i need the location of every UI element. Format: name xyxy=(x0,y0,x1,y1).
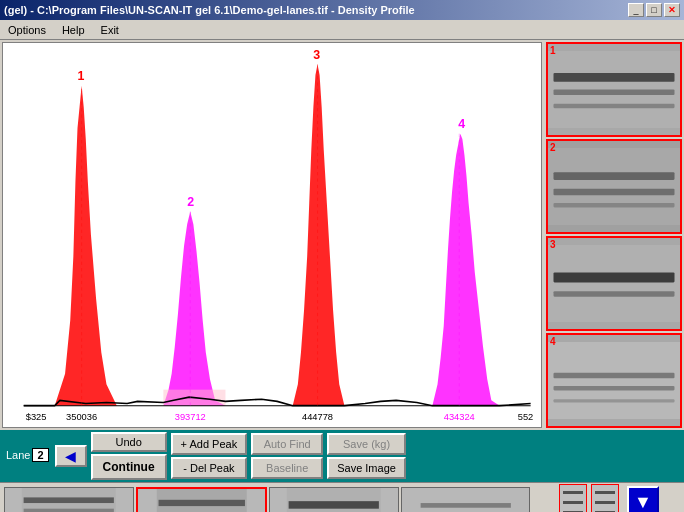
menu-exit[interactable]: Exit xyxy=(97,23,123,37)
mini-lane-icon-1 xyxy=(559,484,587,512)
right-panel: 1 2 3 xyxy=(544,40,684,430)
mini-band-5 xyxy=(595,501,615,504)
svg-rect-45 xyxy=(289,501,379,509)
add-peak-button[interactable]: + Add Peak xyxy=(171,433,248,455)
right-bottom: ▼ Lane 2 of 4 xyxy=(534,483,684,512)
svg-text:350036: 350036 xyxy=(66,410,97,421)
lane-1-thumbnail[interactable]: 1 xyxy=(546,42,682,137)
graph-area: 23342 17 1 2 3 xyxy=(2,42,542,428)
svg-text:3: 3 xyxy=(313,48,320,62)
svg-rect-27 xyxy=(554,189,675,196)
lane-3-thumbnail[interactable]: 3 xyxy=(546,236,682,331)
continue-button[interactable]: Continue xyxy=(91,454,167,480)
svg-rect-31 xyxy=(554,291,675,297)
big-nav-arrow-button[interactable]: ▼ xyxy=(627,486,659,512)
minimize-button[interactable]: _ xyxy=(628,3,644,17)
baseline-button[interactable]: Baseline xyxy=(251,457,323,479)
find-baseline-buttons: Auto Find Baseline xyxy=(251,433,323,479)
svg-text:552: 552 xyxy=(518,410,534,421)
svg-text:$325: $325 xyxy=(26,410,47,421)
undo-button[interactable]: Undo xyxy=(91,432,167,452)
peak-buttons: + Add Peak - Del Peak xyxy=(171,433,248,479)
svg-rect-32 xyxy=(548,342,680,419)
lane-2-num: 2 xyxy=(550,142,556,153)
window-title: (gel) - C:\Program Files\UN-SCAN-IT gel … xyxy=(4,4,415,16)
close-button[interactable]: ✕ xyxy=(664,3,680,17)
strip-item-4[interactable] xyxy=(401,487,531,512)
toolbar: Lane 2 ◀ Undo Continue + Add Peak - Del … xyxy=(0,430,684,482)
svg-text:1: 1 xyxy=(77,69,84,83)
svg-rect-48 xyxy=(420,503,510,508)
lane-strips xyxy=(0,483,534,512)
del-peak-button[interactable]: - Del Peak xyxy=(171,457,248,479)
save-kg-button[interactable]: Save (kg) xyxy=(327,433,406,455)
svg-text:4: 4 xyxy=(458,117,465,131)
svg-rect-34 xyxy=(554,386,675,390)
save-image-button[interactable]: Save Image xyxy=(327,457,406,479)
save-buttons: Save (kg) Save Image xyxy=(327,433,406,479)
menu-help[interactable]: Help xyxy=(58,23,89,37)
svg-rect-23 xyxy=(554,90,675,96)
svg-rect-33 xyxy=(554,373,675,379)
bottom-strip: ▼ Lane 2 of 4 xyxy=(0,482,684,512)
lane-number: 2 xyxy=(32,448,48,462)
lane-4-thumbnail[interactable]: 4 xyxy=(546,333,682,428)
svg-rect-26 xyxy=(554,172,675,180)
density-profile-graph: 1 2 3 4 350036 393712 444778 434324 552 … xyxy=(3,43,541,427)
nav-back-button[interactable]: ◀ xyxy=(55,445,87,467)
svg-rect-35 xyxy=(554,399,675,402)
svg-rect-29 xyxy=(548,245,680,322)
strip-item-3[interactable] xyxy=(269,487,399,512)
svg-text:2: 2 xyxy=(187,195,194,209)
menu-bar: Options Help Exit xyxy=(0,20,684,40)
svg-rect-25 xyxy=(548,148,680,225)
svg-rect-22 xyxy=(554,73,675,82)
mini-band-2 xyxy=(563,501,583,504)
svg-text:393712: 393712 xyxy=(175,410,206,421)
lane-2-thumbnail[interactable]: 2 xyxy=(546,139,682,234)
svg-rect-30 xyxy=(554,273,675,283)
strip-item-2[interactable] xyxy=(136,487,268,512)
lane-1-num: 1 xyxy=(550,45,556,56)
svg-rect-41 xyxy=(158,500,244,506)
mini-band-4 xyxy=(595,491,615,494)
lane-label-text: Lane xyxy=(6,449,30,461)
strip-item-1[interactable] xyxy=(4,487,134,512)
svg-rect-24 xyxy=(554,104,675,108)
mini-lane-icon-2 xyxy=(591,484,619,512)
mini-icons-row: ▼ xyxy=(559,484,659,512)
main-content: 23342 17 1 2 3 xyxy=(0,40,684,430)
svg-rect-37 xyxy=(24,497,114,503)
maximize-button[interactable]: □ xyxy=(646,3,662,17)
lane-3-num: 3 xyxy=(550,239,556,250)
title-bar: (gel) - C:\Program Files\UN-SCAN-IT gel … xyxy=(0,0,684,20)
auto-find-button[interactable]: Auto Find xyxy=(251,433,323,455)
mini-band-1 xyxy=(563,491,583,494)
lane-4-num: 4 xyxy=(550,336,556,347)
svg-text:444778: 444778 xyxy=(302,410,333,421)
lane-indicator: Lane 2 xyxy=(4,446,51,467)
svg-rect-28 xyxy=(554,203,675,207)
svg-rect-47 xyxy=(418,488,512,512)
svg-text:434324: 434324 xyxy=(444,410,475,421)
menu-options[interactable]: Options xyxy=(4,23,50,37)
title-controls: _ □ ✕ xyxy=(628,3,680,17)
